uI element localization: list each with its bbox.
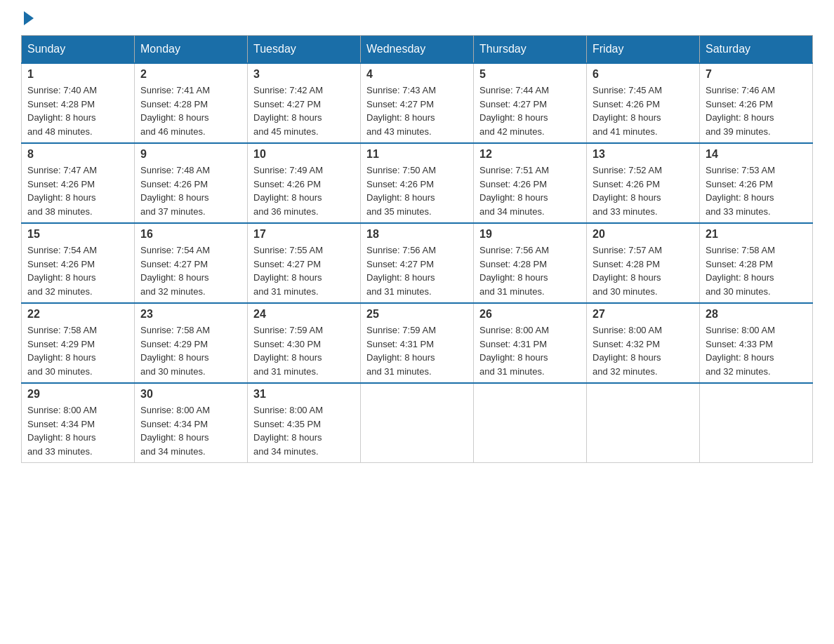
day-info: Sunrise: 7:52 AMSunset: 4:26 PMDaylight:…: [593, 163, 694, 218]
day-info: Sunrise: 7:56 AMSunset: 4:28 PMDaylight:…: [479, 243, 581, 298]
calendar-cell: 11Sunrise: 7:50 AMSunset: 4:26 PMDayligh…: [361, 143, 474, 223]
week-row-5: 29Sunrise: 8:00 AMSunset: 4:34 PMDayligh…: [22, 383, 813, 463]
day-info: Sunrise: 7:58 AMSunset: 4:28 PMDaylight:…: [706, 243, 807, 298]
day-number: 16: [140, 228, 241, 241]
calendar-cell: 31Sunrise: 8:00 AMSunset: 4:35 PMDayligh…: [248, 383, 361, 463]
day-number: 29: [27, 388, 128, 401]
day-number: 19: [479, 228, 581, 241]
weekday-header-saturday: Saturday: [700, 36, 813, 64]
weekday-header-thursday: Thursday: [474, 36, 587, 64]
calendar-table: SundayMondayTuesdayWednesdayThursdayFrid…: [21, 35, 813, 463]
calendar-cell: 30Sunrise: 8:00 AMSunset: 4:34 PMDayligh…: [135, 383, 248, 463]
weekday-header-tuesday: Tuesday: [248, 36, 361, 64]
calendar-cell: 17Sunrise: 7:55 AMSunset: 4:27 PMDayligh…: [248, 223, 361, 303]
weekday-header-friday: Friday: [587, 36, 700, 64]
day-number: 1: [27, 68, 128, 81]
day-info: Sunrise: 7:59 AMSunset: 4:30 PMDaylight:…: [253, 323, 355, 378]
day-info: Sunrise: 7:45 AMSunset: 4:26 PMDaylight:…: [593, 83, 694, 138]
day-number: 13: [593, 148, 694, 161]
day-info: Sunrise: 7:47 AMSunset: 4:26 PMDaylight:…: [27, 163, 128, 218]
day-number: 21: [706, 228, 807, 241]
day-info: Sunrise: 7:50 AMSunset: 4:26 PMDaylight:…: [366, 163, 468, 218]
calendar-cell: 5Sunrise: 7:44 AMSunset: 4:27 PMDaylight…: [474, 63, 587, 143]
day-info: Sunrise: 7:58 AMSunset: 4:29 PMDaylight:…: [27, 323, 128, 378]
day-info: Sunrise: 7:54 AMSunset: 4:27 PMDaylight:…: [140, 243, 241, 298]
day-info: Sunrise: 7:58 AMSunset: 4:29 PMDaylight:…: [140, 323, 241, 378]
day-number: 31: [253, 388, 355, 401]
calendar-cell: 21Sunrise: 7:58 AMSunset: 4:28 PMDayligh…: [700, 223, 813, 303]
day-info: Sunrise: 7:59 AMSunset: 4:31 PMDaylight:…: [366, 323, 468, 378]
day-number: 3: [253, 68, 355, 81]
calendar-cell: 29Sunrise: 8:00 AMSunset: 4:34 PMDayligh…: [22, 383, 135, 463]
calendar-cell: 9Sunrise: 7:48 AMSunset: 4:26 PMDaylight…: [135, 143, 248, 223]
day-number: 25: [366, 308, 468, 321]
day-number: 22: [27, 308, 128, 321]
day-number: 2: [140, 68, 241, 81]
calendar-cell: 26Sunrise: 8:00 AMSunset: 4:31 PMDayligh…: [474, 303, 587, 383]
calendar-cell: [700, 383, 813, 463]
day-number: 30: [140, 388, 241, 401]
calendar-cell: [587, 383, 700, 463]
day-info: Sunrise: 7:57 AMSunset: 4:28 PMDaylight:…: [593, 243, 694, 298]
calendar-cell: 13Sunrise: 7:52 AMSunset: 4:26 PMDayligh…: [587, 143, 700, 223]
day-number: 4: [366, 68, 468, 81]
logo-top: [21, 14, 34, 25]
calendar-cell: 18Sunrise: 7:56 AMSunset: 4:27 PMDayligh…: [361, 223, 474, 303]
calendar-cell: 4Sunrise: 7:43 AMSunset: 4:27 PMDaylight…: [361, 63, 474, 143]
weekday-header-monday: Monday: [135, 36, 248, 64]
day-number: 7: [706, 68, 807, 81]
day-info: Sunrise: 7:49 AMSunset: 4:26 PMDaylight:…: [253, 163, 355, 218]
day-info: Sunrise: 8:00 AMSunset: 4:35 PMDaylight:…: [253, 403, 355, 458]
day-number: 14: [706, 148, 807, 161]
day-number: 12: [479, 148, 581, 161]
day-number: 10: [253, 148, 355, 161]
day-info: Sunrise: 8:00 AMSunset: 4:34 PMDaylight:…: [27, 403, 128, 458]
day-number: 28: [706, 308, 807, 321]
day-info: Sunrise: 7:40 AMSunset: 4:28 PMDaylight:…: [27, 83, 128, 138]
page-header: [21, 14, 813, 22]
weekday-header-wednesday: Wednesday: [361, 36, 474, 64]
logo-arrow-icon: [24, 11, 34, 25]
calendar-cell: [361, 383, 474, 463]
day-number: 20: [593, 228, 694, 241]
calendar-cell: [474, 383, 587, 463]
day-number: 17: [253, 228, 355, 241]
day-info: Sunrise: 7:43 AMSunset: 4:27 PMDaylight:…: [366, 83, 468, 138]
day-number: 11: [366, 148, 468, 161]
calendar-cell: 24Sunrise: 7:59 AMSunset: 4:30 PMDayligh…: [248, 303, 361, 383]
calendar-cell: 1Sunrise: 7:40 AMSunset: 4:28 PMDaylight…: [22, 63, 135, 143]
calendar-cell: 12Sunrise: 7:51 AMSunset: 4:26 PMDayligh…: [474, 143, 587, 223]
day-number: 23: [140, 308, 241, 321]
calendar-cell: 14Sunrise: 7:53 AMSunset: 4:26 PMDayligh…: [700, 143, 813, 223]
calendar-cell: 2Sunrise: 7:41 AMSunset: 4:28 PMDaylight…: [135, 63, 248, 143]
calendar-cell: 6Sunrise: 7:45 AMSunset: 4:26 PMDaylight…: [587, 63, 700, 143]
calendar-cell: 28Sunrise: 8:00 AMSunset: 4:33 PMDayligh…: [700, 303, 813, 383]
day-number: 27: [593, 308, 694, 321]
day-info: Sunrise: 7:53 AMSunset: 4:26 PMDaylight:…: [706, 163, 807, 218]
day-info: Sunrise: 8:00 AMSunset: 4:32 PMDaylight:…: [593, 323, 694, 378]
day-info: Sunrise: 7:41 AMSunset: 4:28 PMDaylight:…: [140, 83, 241, 138]
calendar-cell: 23Sunrise: 7:58 AMSunset: 4:29 PMDayligh…: [135, 303, 248, 383]
calendar-cell: 16Sunrise: 7:54 AMSunset: 4:27 PMDayligh…: [135, 223, 248, 303]
day-info: Sunrise: 7:51 AMSunset: 4:26 PMDaylight:…: [479, 163, 581, 218]
day-number: 24: [253, 308, 355, 321]
calendar-cell: 27Sunrise: 8:00 AMSunset: 4:32 PMDayligh…: [587, 303, 700, 383]
day-info: Sunrise: 8:00 AMSunset: 4:34 PMDaylight:…: [140, 403, 241, 458]
calendar-cell: 7Sunrise: 7:46 AMSunset: 4:26 PMDaylight…: [700, 63, 813, 143]
day-number: 5: [479, 68, 581, 81]
day-number: 26: [479, 308, 581, 321]
day-info: Sunrise: 7:42 AMSunset: 4:27 PMDaylight:…: [253, 83, 355, 138]
calendar-cell: 15Sunrise: 7:54 AMSunset: 4:26 PMDayligh…: [22, 223, 135, 303]
week-row-4: 22Sunrise: 7:58 AMSunset: 4:29 PMDayligh…: [22, 303, 813, 383]
calendar-cell: 25Sunrise: 7:59 AMSunset: 4:31 PMDayligh…: [361, 303, 474, 383]
day-info: Sunrise: 7:54 AMSunset: 4:26 PMDaylight:…: [27, 243, 128, 298]
day-info: Sunrise: 7:48 AMSunset: 4:26 PMDaylight:…: [140, 163, 241, 218]
day-number: 15: [27, 228, 128, 241]
calendar-cell: 3Sunrise: 7:42 AMSunset: 4:27 PMDaylight…: [248, 63, 361, 143]
day-info: Sunrise: 7:44 AMSunset: 4:27 PMDaylight:…: [479, 83, 581, 138]
day-info: Sunrise: 7:55 AMSunset: 4:27 PMDaylight:…: [253, 243, 355, 298]
day-number: 8: [27, 148, 128, 161]
day-info: Sunrise: 8:00 AMSunset: 4:33 PMDaylight:…: [706, 323, 807, 378]
calendar-cell: 22Sunrise: 7:58 AMSunset: 4:29 PMDayligh…: [22, 303, 135, 383]
calendar-cell: 8Sunrise: 7:47 AMSunset: 4:26 PMDaylight…: [22, 143, 135, 223]
